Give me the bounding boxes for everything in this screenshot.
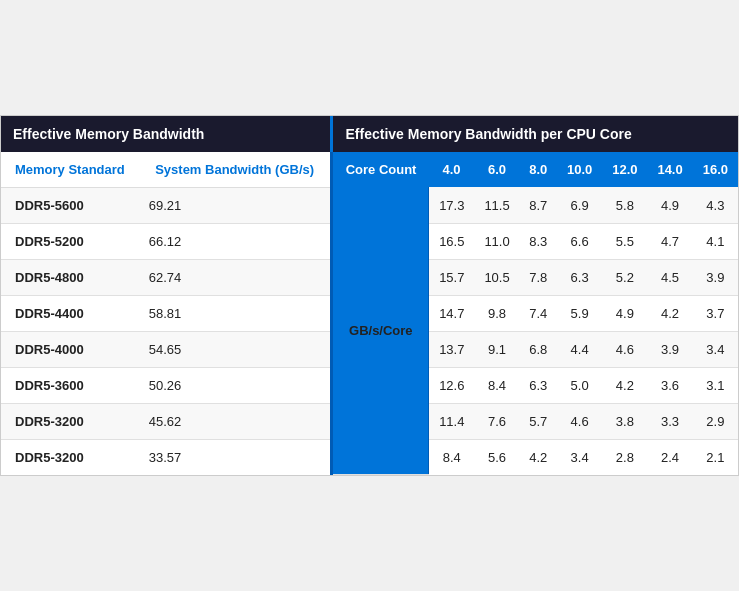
cell-value: 5.7 <box>520 403 557 439</box>
col-core-12: 12.0 <box>602 152 647 188</box>
cell-value: 8.3 <box>520 223 557 259</box>
cell-memory-standard: DDR5-4400 <box>1 295 139 331</box>
cell-value: 3.9 <box>647 331 692 367</box>
cell-value: 4.6 <box>557 403 602 439</box>
col-system-bandwidth: System Bandwidth (GB/s) <box>139 152 332 188</box>
cell-value: 5.5 <box>602 223 647 259</box>
col-core-10: 10.0 <box>557 152 602 188</box>
cell-memory-standard: DDR5-3600 <box>1 367 139 403</box>
cell-value: 6.8 <box>520 331 557 367</box>
cell-value: 2.4 <box>647 439 692 475</box>
cell-memory-standard: DDR5-4800 <box>1 259 139 295</box>
cell-value: 5.0 <box>557 367 602 403</box>
top-header-right: Effective Memory Bandwidth per CPU Core <box>332 116 738 152</box>
cell-value: 13.7 <box>429 331 475 367</box>
cell-system-bandwidth: 50.26 <box>139 367 332 403</box>
cell-value: 11.4 <box>429 403 475 439</box>
cell-value: 11.0 <box>474 223 519 259</box>
cell-value: 3.8 <box>602 403 647 439</box>
cell-system-bandwidth: 33.57 <box>139 439 332 475</box>
cell-value: 4.7 <box>647 223 692 259</box>
cell-value: 6.9 <box>557 187 602 223</box>
cell-system-bandwidth: 66.12 <box>139 223 332 259</box>
cell-value: 3.3 <box>647 403 692 439</box>
cell-value: 4.1 <box>693 223 738 259</box>
cell-value: 5.6 <box>474 439 519 475</box>
cell-memory-standard: DDR5-3200 <box>1 439 139 475</box>
cell-value: 11.5 <box>474 187 519 223</box>
cell-value: 3.4 <box>693 331 738 367</box>
cell-system-bandwidth: 62.74 <box>139 259 332 295</box>
cell-value: 4.2 <box>647 295 692 331</box>
cell-value: 4.4 <box>557 331 602 367</box>
cell-value: 3.1 <box>693 367 738 403</box>
col-header-row: Memory Standard System Bandwidth (GB/s) … <box>1 152 738 188</box>
col-core-4: 4.0 <box>429 152 475 188</box>
top-header-left: Effective Memory Bandwidth <box>1 116 332 152</box>
cell-system-bandwidth: 69.21 <box>139 187 332 223</box>
cell-value: 4.3 <box>693 187 738 223</box>
cell-value: 3.4 <box>557 439 602 475</box>
cell-value: 9.8 <box>474 295 519 331</box>
top-header-left-title: Effective Memory Bandwidth <box>13 126 204 142</box>
cell-value: 4.9 <box>647 187 692 223</box>
cell-system-bandwidth: 45.62 <box>139 403 332 439</box>
cell-value: 6.3 <box>520 367 557 403</box>
cell-value: 16.5 <box>429 223 475 259</box>
cell-value: 4.6 <box>602 331 647 367</box>
cell-system-bandwidth: 58.81 <box>139 295 332 331</box>
cell-memory-standard: DDR5-5200 <box>1 223 139 259</box>
cell-value: 7.8 <box>520 259 557 295</box>
cell-core-count-unit: GB/s/Core <box>332 187 429 475</box>
col-core-16: 16.0 <box>693 152 738 188</box>
top-header-row: Effective Memory Bandwidth Effective Mem… <box>1 116 738 152</box>
cell-value: 6.3 <box>557 259 602 295</box>
col-core-8: 8.0 <box>520 152 557 188</box>
cell-value: 7.4 <box>520 295 557 331</box>
col-core-14: 14.0 <box>647 152 692 188</box>
col-core-6: 6.0 <box>474 152 519 188</box>
cell-value: 8.7 <box>520 187 557 223</box>
cell-value: 2.9 <box>693 403 738 439</box>
cell-value: 8.4 <box>474 367 519 403</box>
cell-value: 3.6 <box>647 367 692 403</box>
cell-value: 12.6 <box>429 367 475 403</box>
cell-value: 2.1 <box>693 439 738 475</box>
cell-value: 4.5 <box>647 259 692 295</box>
cell-value: 3.7 <box>693 295 738 331</box>
cell-value: 2.8 <box>602 439 647 475</box>
cell-memory-standard: DDR5-5600 <box>1 187 139 223</box>
cell-value: 4.2 <box>520 439 557 475</box>
cell-value: 5.8 <box>602 187 647 223</box>
cell-value: 6.6 <box>557 223 602 259</box>
col-core-count: Core Count <box>332 152 429 188</box>
cell-system-bandwidth: 54.65 <box>139 331 332 367</box>
cell-memory-standard: DDR5-4000 <box>1 331 139 367</box>
cell-value: 14.7 <box>429 295 475 331</box>
cell-value: 4.9 <box>602 295 647 331</box>
cell-memory-standard: DDR5-3200 <box>1 403 139 439</box>
cell-value: 4.2 <box>602 367 647 403</box>
cell-value: 9.1 <box>474 331 519 367</box>
cell-value: 3.9 <box>693 259 738 295</box>
cell-value: 8.4 <box>429 439 475 475</box>
col-memory-standard: Memory Standard <box>1 152 139 188</box>
cell-value: 5.9 <box>557 295 602 331</box>
main-table-wrapper: Effective Memory Bandwidth Effective Mem… <box>0 115 739 477</box>
top-header-right-title: Effective Memory Bandwidth per CPU Core <box>345 126 631 142</box>
cell-value: 5.2 <box>602 259 647 295</box>
cell-value: 10.5 <box>474 259 519 295</box>
cell-value: 17.3 <box>429 187 475 223</box>
table-row: DDR5-560069.21GB/s/Core17.311.58.76.95.8… <box>1 187 738 223</box>
cell-value: 15.7 <box>429 259 475 295</box>
table-body: DDR5-560069.21GB/s/Core17.311.58.76.95.8… <box>1 187 738 475</box>
cell-value: 7.6 <box>474 403 519 439</box>
